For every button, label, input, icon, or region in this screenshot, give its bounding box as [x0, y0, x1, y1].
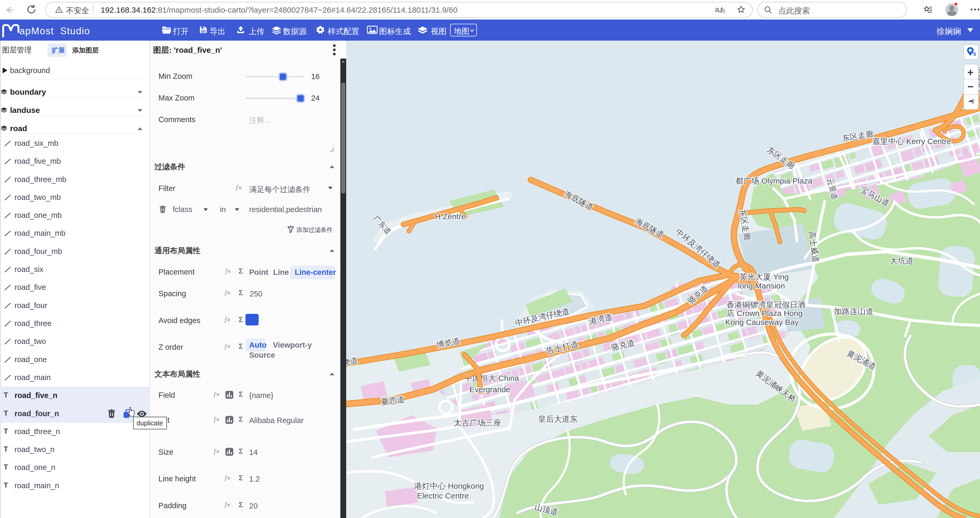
svg-text:H Zentre: H Zentre [435, 212, 466, 221]
svg-text:都广场 Olympia Plaza: 都广场 Olympia Plaza [735, 177, 812, 185]
svg-text:加路连山道: 加路连山道 [834, 307, 873, 316]
svg-text:嘉里中心 Kerry Centre: 嘉里中心 Kerry Centre [872, 137, 951, 146]
svg-text:皇后大道东: 皇后大道东 [538, 414, 578, 423]
svg-text:long Mansion: long Mansion [738, 281, 785, 290]
svg-text:Kong Causeway Bay: Kong Causeway Bay [725, 318, 799, 327]
svg-text:港灯中心 Hongkong: 港灯中心 Hongkong [414, 481, 484, 490]
svg-text:Evergrande: Evergrande [469, 385, 510, 394]
svg-text:店 Crown Plaza Hong: 店 Crown Plaza Hong [727, 309, 803, 317]
svg-text:大坑道: 大坑道 [890, 257, 913, 265]
svg-text:英光大厦 Ying: 英光大厦 Ying [739, 273, 789, 281]
svg-text:Electric Centre: Electric Centre [417, 491, 469, 500]
svg-text:太古广场三座: 太古广场三座 [454, 418, 501, 427]
svg-text:香港铜锣湾皇冠假日酒: 香港铜锣湾皇冠假日酒 [726, 300, 805, 309]
